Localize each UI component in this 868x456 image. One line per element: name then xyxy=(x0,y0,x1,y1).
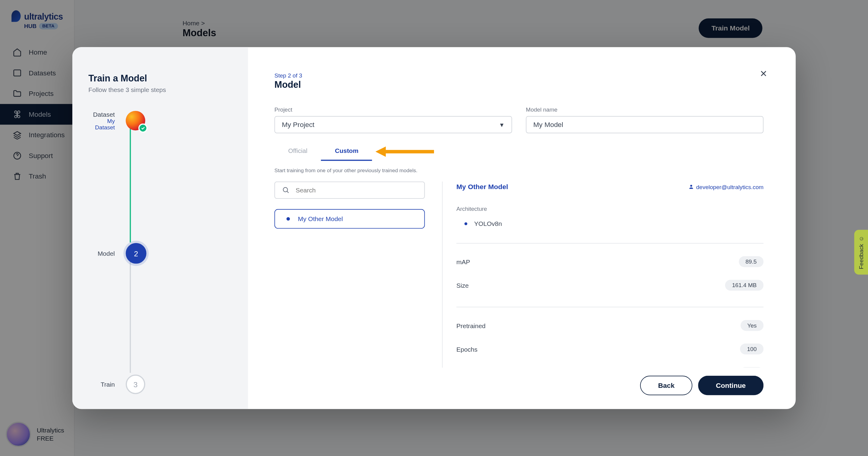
train-model-modal: Train a Model Follow these 3 simple step… xyxy=(72,47,796,409)
radio-selected-icon xyxy=(286,217,290,221)
modal-footer: Back Continue xyxy=(274,368,764,395)
continue-button[interactable]: Continue xyxy=(698,376,764,395)
metric-value: 161.4 MB xyxy=(725,280,764,291)
metric-label: mAP xyxy=(456,258,470,265)
chevron-down-icon: ▼ xyxy=(499,121,504,128)
stepper-line-1 xyxy=(130,119,131,243)
param-label: Epochs xyxy=(456,346,477,352)
metric-row: mAP 89.5 xyxy=(456,256,764,267)
close-icon[interactable] xyxy=(758,68,769,79)
feedback-label: Feedback xyxy=(858,244,864,269)
model-option-label: My Other Model xyxy=(298,215,343,222)
project-value: My Project xyxy=(282,121,314,129)
modal-title: Model xyxy=(274,80,764,90)
search-field[interactable] xyxy=(296,187,417,194)
detail-owner: developer@ultralytics.com xyxy=(688,184,764,190)
project-label: Project xyxy=(274,106,512,113)
modal-main-panel: Step 2 of 3 Model Project My Project ▼ M… xyxy=(248,47,796,409)
step-train[interactable]: Train 3 xyxy=(118,374,232,395)
bullet-icon xyxy=(464,222,467,225)
param-row: Pretrained Yes xyxy=(456,320,764,331)
modelname-label: Model name xyxy=(526,106,764,113)
search-icon xyxy=(282,186,290,194)
param-value: Yes xyxy=(741,320,764,331)
model-detail-panel: My Other Model developer@ultralytics.com… xyxy=(442,181,764,368)
svg-point-3 xyxy=(690,185,692,187)
annotation-arrow xyxy=(375,142,434,161)
owner-email: developer@ultralytics.com xyxy=(696,184,764,190)
metric-row: Size 161.4 MB xyxy=(456,280,764,291)
step-label: Dataset xyxy=(88,111,115,118)
divider xyxy=(456,243,764,244)
metric-label: Size xyxy=(456,282,469,289)
check-icon xyxy=(138,124,147,133)
param-value: 100 xyxy=(740,343,764,354)
tab-custom[interactable]: Custom xyxy=(321,142,372,161)
modal-stepper-panel: Train a Model Follow these 3 simple step… xyxy=(72,47,248,409)
step-sublabel: My Dataset xyxy=(88,118,115,130)
hint-text: Start training from one of your other pr… xyxy=(274,168,764,173)
modal-left-subtitle: Follow these 3 simple steps xyxy=(88,86,232,93)
modal-left-title: Train a Model xyxy=(88,74,232,84)
dataset-thumbnail-icon xyxy=(126,111,145,131)
step-label: Train xyxy=(88,381,115,388)
modelname-field[interactable] xyxy=(533,121,756,129)
step-node-2: 2 xyxy=(126,243,147,264)
user-icon xyxy=(688,184,694,190)
step-label: Model xyxy=(88,250,115,257)
step-dataset[interactable]: Dataset My Dataset xyxy=(118,110,232,131)
arrow-line xyxy=(385,150,434,153)
divider xyxy=(456,307,764,307)
architecture-name: YOLOv8n xyxy=(474,220,502,227)
search-input[interactable] xyxy=(274,181,425,199)
step-indicator: Step 2 of 3 xyxy=(274,73,764,79)
feedback-tab[interactable]: Feedback ☺ xyxy=(854,230,868,275)
metric-value: 89.5 xyxy=(739,256,764,267)
model-list-panel: My Other Model xyxy=(274,181,425,368)
architecture-label: Architecture xyxy=(456,206,764,212)
step-node-3: 3 xyxy=(126,375,145,394)
arrow-head-icon xyxy=(375,147,386,157)
model-source-tabs: Official Custom xyxy=(274,142,764,161)
model-option[interactable]: My Other Model xyxy=(274,209,425,229)
svg-point-2 xyxy=(283,188,287,192)
smile-icon: ☺ xyxy=(858,235,864,241)
param-label: Pretrained xyxy=(456,322,486,329)
tab-official[interactable]: Official xyxy=(274,142,321,161)
project-select[interactable]: My Project ▼ xyxy=(274,116,512,133)
stepper-line-2 xyxy=(130,253,131,373)
modelname-input[interactable] xyxy=(526,116,764,133)
step-model[interactable]: Model 2 xyxy=(118,243,232,264)
detail-title: My Other Model xyxy=(456,183,508,191)
back-button[interactable]: Back xyxy=(640,376,692,395)
param-row: Epochs 100 xyxy=(456,343,764,354)
